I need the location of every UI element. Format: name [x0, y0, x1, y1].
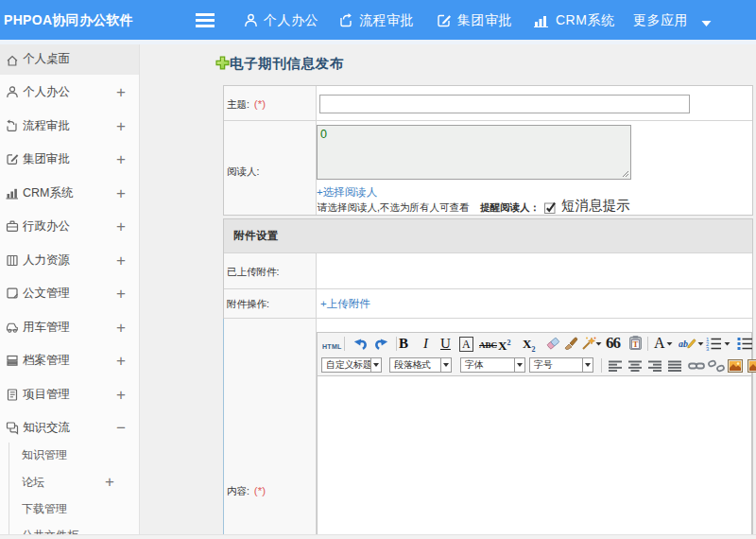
svg-text:ab: ab	[679, 339, 688, 349]
svg-text:3: 3	[706, 346, 710, 351]
svg-text:T: T	[632, 339, 638, 349]
